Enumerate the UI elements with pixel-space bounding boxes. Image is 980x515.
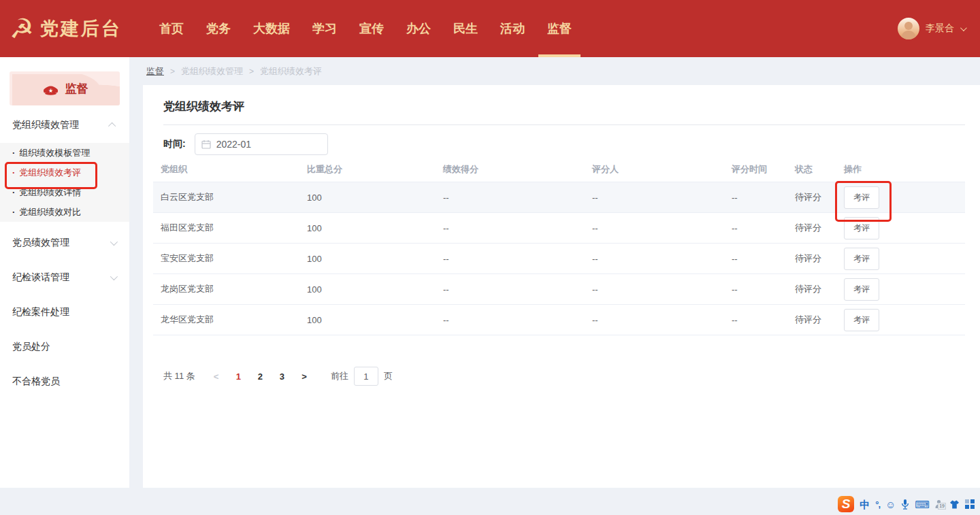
breadcrumb-item[interactable]: 监督 [146,65,164,78]
toolbox-grid-icon[interactable] [965,499,975,509]
cell-score: -- [436,223,585,233]
pagination-goto: 前往 页 [331,367,393,386]
app-title: 党建后台 [40,16,122,41]
goto-label: 前往 [331,370,348,382]
assess-button[interactable]: 考评 [844,248,879,270]
cell-action: 考评 [836,248,965,270]
breadcrumb-item[interactable]: 党组织绩效管理 [181,65,243,78]
sidebar-item-纪检案件处理[interactable]: 纪检案件处理 [0,299,129,326]
nav-item-党务[interactable]: 党务 [206,0,231,57]
table-row: 宝安区党支部100------待评分考评 [153,243,965,273]
column-header-绩效得分: 绩效得分 [436,163,585,176]
month-picker-value: 2022-01 [216,139,251,150]
assess-button[interactable]: 考评 [844,309,879,331]
page-number-3[interactable]: 3 [271,371,293,382]
punctuation-icon[interactable]: °, [875,500,880,509]
cell-rater: -- [585,284,724,295]
sidebar-item-党组织绩效管理[interactable]: 党组织绩效管理 [0,112,129,139]
keyboard-icon[interactable]: ⌨ [915,499,930,510]
chevron-up-icon [108,122,116,130]
title-divider [163,124,965,125]
mic-icon[interactable] [901,499,909,510]
chinese-mode-icon[interactable]: 中 [860,499,870,510]
cell-time: -- [724,193,787,203]
nav-item-活动[interactable]: 活动 [500,0,525,57]
sidebar-subitem-组织绩效模板管理[interactable]: ·组织绩效模板管理 [0,143,129,163]
module-banner-label: 监督 [65,81,88,97]
sidebar-subitem-党组织绩效对比[interactable]: ·党组织绩效对比 [0,202,129,222]
sidebar-item-党员处分[interactable]: 党员处分 [0,333,129,361]
page-number-2[interactable]: 2 [249,371,271,382]
sidebar-subitem-党组织绩效考评[interactable]: ·党组织绩效考评 [0,163,129,182]
nav-item-学习[interactable]: 学习 [312,0,337,57]
goto-page-suffix: 页 [384,370,393,382]
breadcrumb-item[interactable]: 党组织绩效考评 [260,65,322,78]
sidebar-subitem-label: 党组织绩效考评 [19,167,81,179]
assess-button[interactable]: 考评 [844,278,879,301]
cell-org: 宝安区党支部 [153,252,299,265]
nav-item-监督[interactable]: 监督 [547,0,572,57]
module-banner: ★ 监督 [10,71,120,105]
table-row: 白云区党支部100------待评分考评 [153,182,965,212]
pagination: 共 11 条 < 123 > 前往 页 [163,367,965,386]
nav-item-办公[interactable]: 办公 [406,0,431,57]
sidebar-item-纪检谈话管理[interactable]: 纪检谈话管理 [0,264,129,291]
nav-item-首页[interactable]: 首页 [159,0,184,57]
bullet-icon: · [12,167,15,178]
profile-badge: 19 [938,503,946,510]
assess-button[interactable]: 考评 [844,217,879,239]
sidebar-subitem-党组织绩效详情[interactable]: ·党组织绩效详情 [0,182,129,202]
column-header-操作: 操作 [836,163,965,176]
profile-icon[interactable]: 19 [935,499,944,509]
app-logo[interactable]: ☭ 党建后台 [10,15,143,42]
table-body: 白云区党支部100------待评分考评福田区党支部100------待评分考评… [153,182,965,335]
sogou-logo-icon[interactable]: S [838,496,854,512]
pagination-total: 共 11 条 [163,370,195,382]
cell-rater: -- [585,223,724,233]
breadcrumb-separator: > [170,67,175,76]
sidebar-item-label: 党员处分 [12,341,50,353]
emoji-icon[interactable]: ☺ [885,499,896,510]
chevron-down-icon [960,24,967,31]
next-page-button[interactable]: > [293,371,316,382]
sidebar-submenu: ·组织绩效模板管理·党组织绩效考评·党组织绩效详情·党组织绩效对比 [0,143,129,222]
user-menu[interactable]: 李景合 [898,18,965,39]
prev-page-button[interactable]: < [205,371,228,382]
skin-icon[interactable] [949,500,960,509]
filter-row: 时间: 2022-01 [163,133,965,155]
nav-item-民生[interactable]: 民生 [453,0,478,57]
cell-time: -- [724,223,787,233]
cell-action: 考评 [836,217,965,239]
cell-rater: -- [585,193,724,203]
breadcrumb-separator: > [249,67,254,76]
cell-org: 福田区党支部 [153,222,299,234]
cell-org: 龙岗区党支部 [153,283,299,295]
sidebar-menu: 党组织绩效管理·组织绩效模板管理·党组织绩效考评·党组织绩效详情·党组织绩效对比… [0,112,129,395]
cell-status: 待评分 [787,252,836,265]
nav-item-大数据[interactable]: 大数据 [253,0,290,57]
cap-badge-icon: ★ [42,82,60,95]
performance-table: 党组织比重总分绩效得分评分人评分时间状态操作 白云区党支部100------待评… [153,157,965,335]
nav-item-宣传[interactable]: 宣传 [359,0,384,57]
column-header-状态: 状态 [787,163,836,176]
month-picker-input[interactable]: 2022-01 [195,133,328,155]
cell-score: -- [436,284,585,295]
cell-rater: -- [585,315,724,325]
cell-time: -- [724,315,787,325]
page-number-1[interactable]: 1 [227,371,249,382]
sidebar-item-党员绩效管理[interactable]: 党员绩效管理 [0,229,129,256]
app-header: ☭ 党建后台 首页党务大数据学习宣传办公民生活动监督 李景合 [0,0,980,57]
goto-page-input[interactable] [354,367,378,386]
cell-action: 考评 [836,278,965,301]
assess-button[interactable]: 考评 [844,186,879,209]
sidebar-subitem-label: 党组织绩效对比 [19,206,81,218]
cell-action: 考评 [836,186,965,209]
cell-weight: 100 [299,223,436,233]
cell-weight: 100 [299,315,436,325]
column-header-党组织: 党组织 [153,163,299,176]
table-row: 福田区党支部100------待评分考评 [153,212,965,243]
sidebar-item-不合格党员[interactable]: 不合格党员 [0,368,129,395]
ime-toolbar: S 中 °, ☺ ⌨ 19 [838,496,975,512]
cell-org: 龙华区党支部 [153,314,299,326]
time-filter-label: 时间: [163,138,186,150]
